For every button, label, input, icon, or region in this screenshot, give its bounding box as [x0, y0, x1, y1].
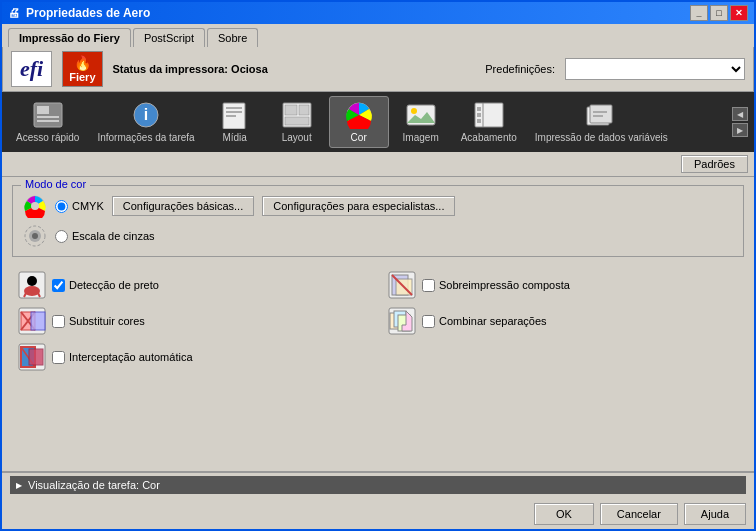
sobreimpressao-item: Sobreimpressão composta	[388, 271, 738, 299]
svg-rect-13	[285, 117, 309, 125]
toolbar-label-midia: Mídia	[222, 132, 246, 143]
escala-row: Escala de cinzas	[23, 224, 733, 248]
svg-rect-20	[477, 113, 481, 117]
svg-rect-3	[37, 120, 59, 122]
toolbar-label-cor: Cor	[351, 132, 367, 143]
sobreimpressao-label[interactable]: Sobreimpressão composta	[422, 279, 570, 292]
radio-options: CMYK Configurações básicas... Configuraç…	[55, 196, 733, 216]
visualization-label: Visualização de tarefa: Cor	[28, 479, 160, 491]
svg-point-32	[27, 276, 37, 286]
toolbar-nav-next[interactable]: ▶	[732, 123, 748, 137]
action-buttons: OK Cancelar Ajuda	[2, 497, 754, 529]
status-text: Status da impressora: Ociosa	[113, 63, 476, 75]
svg-rect-7	[226, 107, 242, 109]
interceptacao-label[interactable]: Interceptação automática	[52, 351, 193, 364]
acesso-rapido-icon	[32, 101, 64, 129]
tab-impressao[interactable]: Impressão do Fiery	[8, 28, 131, 47]
interceptacao-checkbox[interactable]	[52, 351, 65, 364]
deteccao-label[interactable]: Detecção de preto	[52, 279, 159, 292]
svg-rect-12	[299, 105, 309, 115]
substituir-icon	[18, 307, 46, 335]
grayscale-icon	[23, 224, 47, 248]
toolbar-item-imagem[interactable]: Imagem	[391, 97, 451, 147]
svg-point-33	[24, 286, 40, 296]
cmyk-radio[interactable]	[55, 200, 68, 213]
toolbar-item-layout[interactable]: Layout	[267, 97, 327, 147]
sobreimpressao-checkbox[interactable]	[422, 279, 435, 292]
substituir-item: Substituir cores	[18, 307, 368, 335]
svg-rect-8	[226, 111, 242, 113]
svg-rect-11	[285, 105, 297, 115]
combinar-label[interactable]: Combinar separações	[422, 315, 547, 328]
cor-icon	[343, 101, 375, 129]
deteccao-checkbox[interactable]	[52, 279, 65, 292]
title-bar-controls: _ □ ✕	[690, 5, 748, 21]
visualization-bar[interactable]: ▶ Visualização de tarefa: Cor	[10, 476, 746, 494]
svg-point-27	[31, 202, 39, 210]
title-bar: 🖨 Propriedades de Aero _ □ ✕	[2, 2, 754, 24]
toolbar-label-imagem: Imagem	[403, 132, 439, 143]
cmyk-option-row: CMYK Configurações básicas... Configuraç…	[55, 196, 733, 216]
cancelar-button[interactable]: Cancelar	[600, 503, 678, 525]
toolbar-label-impressao-dados: Impressão de dados variáveis	[535, 132, 668, 143]
toolbar-item-acabamento[interactable]: Acabamento	[453, 97, 525, 147]
predefinicoes-select[interactable]	[565, 58, 745, 80]
svg-rect-25	[593, 115, 603, 117]
svg-point-16	[411, 108, 417, 114]
efi-logo: efi	[11, 51, 52, 87]
substituir-label[interactable]: Substituir cores	[52, 315, 145, 328]
cmyk-row: CMYK Configurações básicas... Configuraç…	[23, 194, 733, 218]
main-window: 🖨 Propriedades de Aero _ □ ✕ Impressão d…	[0, 0, 756, 531]
viz-triangle-icon: ▶	[16, 481, 22, 490]
padroes-button[interactable]: Padrões	[681, 155, 748, 173]
config-especialistas-button[interactable]: Configurações para especialistas...	[262, 196, 455, 216]
combinar-checkbox[interactable]	[422, 315, 435, 328]
close-button[interactable]: ✕	[730, 5, 748, 21]
svg-point-30	[32, 233, 38, 239]
toolbar-nav-prev[interactable]: ◀	[732, 107, 748, 121]
svg-text:i: i	[144, 106, 148, 123]
info-tarefa-icon: i	[130, 101, 162, 129]
substituir-checkbox[interactable]	[52, 315, 65, 328]
combinar-item: Combinar separações	[388, 307, 738, 335]
toolbar-item-impressao-dados[interactable]: Impressão de dados variáveis	[527, 97, 676, 147]
toolbar-item-cor[interactable]: Cor	[329, 96, 389, 148]
svg-rect-24	[593, 111, 607, 113]
toolbar: Acesso rápido i Informações da tarefa	[2, 92, 754, 152]
layout-icon	[281, 101, 313, 129]
ok-button[interactable]: OK	[534, 503, 594, 525]
toolbar-label-acabamento: Acabamento	[461, 132, 517, 143]
toolbar-item-acesso-rapido[interactable]: Acesso rápido	[8, 97, 87, 147]
main-content: Modo de cor	[2, 177, 754, 471]
minimize-button[interactable]: _	[690, 5, 708, 21]
toolbar-item-midia[interactable]: Mídia	[205, 97, 265, 147]
imagem-icon	[405, 101, 437, 129]
toolbar-label-acesso-rapido: Acesso rápido	[16, 132, 79, 143]
tab-sobre[interactable]: Sobre	[207, 28, 258, 47]
escala-radio[interactable]	[55, 230, 68, 243]
modo-cor-group: Modo de cor	[12, 185, 744, 257]
bottom-bar: ▶ Visualização de tarefa: Cor	[2, 471, 754, 497]
deteccao-item: Detecção de preto	[18, 271, 368, 299]
modo-cor-legend: Modo de cor	[21, 178, 90, 190]
toolbar-item-info-tarefa[interactable]: i Informações da tarefa	[89, 97, 202, 147]
escala-label[interactable]: Escala de cinzas	[55, 230, 155, 243]
interceptacao-icon	[18, 343, 46, 371]
tabs-row: Impressão do Fiery PostScript Sobre	[2, 24, 754, 47]
header-area: efi 🔥 Fiery Status da impressora: Ociosa…	[2, 47, 754, 92]
toolbar-label-info: Informações da tarefa	[97, 132, 194, 143]
config-basicas-button[interactable]: Configurações básicas...	[112, 196, 254, 216]
ajuda-button[interactable]: Ajuda	[684, 503, 746, 525]
svg-rect-21	[477, 119, 481, 123]
svg-rect-2	[37, 116, 59, 118]
title-bar-icon: 🖨	[8, 6, 20, 20]
fiery-flame-icon: 🔥	[74, 55, 91, 71]
padroes-area: Padrões	[2, 152, 754, 177]
maximize-button[interactable]: □	[710, 5, 728, 21]
cmyk-label[interactable]: CMYK	[55, 200, 104, 213]
tab-postscript[interactable]: PostScript	[133, 28, 205, 47]
interceptacao-item: Interceptação automática	[18, 343, 368, 371]
svg-rect-9	[226, 115, 236, 117]
svg-rect-1	[37, 106, 49, 114]
color-wheel-icon	[23, 194, 47, 218]
